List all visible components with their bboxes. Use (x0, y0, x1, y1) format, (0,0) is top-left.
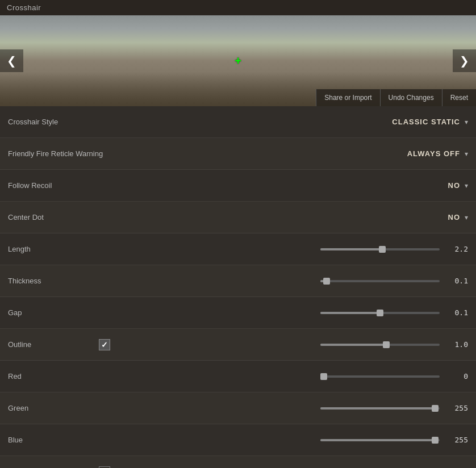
slider-track-green[interactable] (320, 407, 440, 410)
slider-fill-green (320, 407, 435, 410)
label-outline: Outline (8, 340, 99, 349)
label-length: Length (8, 245, 99, 253)
dropdown-value-friendly-fire: ALWAYS OFF (407, 149, 460, 158)
control-crosshair-style: CLASSIC STATIC▾ (99, 118, 468, 126)
slider-thumb-red[interactable] (320, 373, 327, 380)
preview-prev-button[interactable]: ❮ (0, 49, 23, 72)
slider-thumb-green[interactable] (432, 405, 439, 412)
slider-track-thickness[interactable] (320, 280, 440, 282)
control-alpha: 255 (99, 466, 468, 469)
control-follow-recoil: NO▾ (99, 181, 468, 190)
setting-row-red: Red0 (0, 361, 476, 392)
slider-fill-gap (320, 312, 380, 314)
setting-row-follow-recoil: Follow RecoilNO▾ (0, 170, 476, 202)
label-blue: Blue (8, 436, 99, 444)
dropdown-value-follow-recoil: NO (448, 181, 461, 190)
slider-container-gap: 0.1 (99, 308, 468, 317)
chevron-down-icon: ▾ (465, 118, 468, 126)
label-red: Red (8, 372, 99, 381)
title-bar: Crosshair (0, 0, 476, 15)
label-center-dot: Center Dot (8, 213, 99, 222)
slider-thumb-gap[interactable] (377, 310, 383, 316)
dropdown-follow-recoil[interactable]: NO▾ (448, 181, 469, 190)
slider-value-length: 2.2 (445, 245, 468, 253)
slider-value-thickness: 0.1 (445, 277, 468, 285)
chevron-down-icon: ▾ (465, 182, 468, 190)
control-thickness: 0.1 (99, 277, 468, 285)
label-crosshair-style: Crosshair Style (8, 118, 99, 126)
slider-fill-length (320, 248, 382, 250)
setting-row-green: Green255 (0, 392, 476, 424)
control-center-dot: NO▾ (99, 213, 468, 222)
slider-track-red[interactable] (320, 375, 440, 378)
slider-track-length[interactable] (320, 248, 440, 250)
page-title: Crosshair (7, 3, 41, 12)
preview-next-button[interactable]: ❯ (453, 49, 476, 72)
setting-row-crosshair-style: Crosshair StyleCLASSIC STATIC▾ (0, 106, 476, 138)
setting-row-outline: Outline1.0 (0, 329, 476, 361)
control-gap: 0.1 (99, 308, 468, 317)
setting-row-center-dot: Center DotNO▾ (0, 202, 476, 233)
chevron-left-icon: ❮ (7, 55, 16, 67)
slider-container-red: 0 (99, 372, 468, 381)
dropdown-center-dot[interactable]: NO▾ (448, 213, 469, 222)
setting-row-friendly-fire: Friendly Fire Reticle WarningALWAYS OFF▾ (0, 138, 476, 170)
slider-container-thickness: 0.1 (99, 277, 468, 285)
preview-area: ❮ ❯ Share or Import Undo Changes Reset (0, 15, 476, 106)
action-buttons-group: Share or Import Undo Changes Reset (316, 89, 476, 106)
setting-row-alpha: Alpha255 (0, 456, 476, 468)
slider-container-green: 255 (99, 404, 468, 412)
slider-track-blue[interactable] (320, 439, 440, 441)
slider-container-outline: 1.0 (116, 340, 468, 349)
undo-changes-button[interactable]: Undo Changes (380, 89, 442, 106)
chevron-down-icon: ▾ (465, 150, 468, 158)
chevron-right-icon: ❯ (460, 55, 469, 67)
slider-value-blue: 255 (445, 436, 468, 444)
label-gap: Gap (8, 308, 99, 317)
control-length: 2.2 (99, 245, 468, 253)
control-friendly-fire: ALWAYS OFF▾ (103, 149, 468, 158)
control-outline: 1.0 (99, 339, 468, 350)
label-green: Green (8, 404, 99, 412)
slider-fill-outline (320, 344, 386, 346)
slider-thumb-outline[interactable] (383, 341, 390, 348)
dropdown-value-crosshair-style: CLASSIC STATIC (392, 118, 460, 126)
setting-row-gap: Gap0.1 (0, 297, 476, 329)
control-blue: 255 (99, 436, 468, 444)
checkbox-alpha[interactable] (99, 466, 110, 469)
slider-thumb-blue[interactable] (432, 437, 439, 444)
slider-container-length: 2.2 (99, 245, 468, 253)
setting-row-length: Length2.2 (0, 233, 476, 265)
share-import-button[interactable]: Share or Import (316, 89, 379, 106)
dropdown-crosshair-style[interactable]: CLASSIC STATIC▾ (392, 118, 468, 126)
slider-fill-blue (320, 439, 435, 441)
label-follow-recoil: Follow Recoil (8, 181, 99, 190)
chevron-down-icon: ▾ (465, 214, 468, 222)
slider-thumb-length[interactable] (379, 246, 386, 253)
crosshair-preview (231, 54, 245, 68)
slider-track-gap[interactable] (320, 312, 440, 314)
dropdown-friendly-fire[interactable]: ALWAYS OFF▾ (407, 149, 468, 158)
setting-row-blue: Blue255 (0, 424, 476, 456)
slider-container-blue: 255 (99, 436, 468, 444)
slider-value-red: 0 (445, 372, 468, 381)
reset-button[interactable]: Reset (442, 89, 476, 106)
slider-value-outline: 1.0 (445, 340, 468, 349)
setting-row-thickness: Thickness0.1 (0, 265, 476, 297)
slider-thumb-thickness[interactable] (323, 278, 330, 285)
label-thickness: Thickness (8, 277, 99, 285)
dropdown-value-center-dot: NO (448, 213, 461, 222)
control-green: 255 (99, 404, 468, 412)
slider-value-green: 255 (445, 404, 468, 412)
control-red: 0 (99, 372, 468, 381)
slider-value-gap: 0.1 (445, 308, 468, 317)
checkbox-outline[interactable] (99, 339, 110, 350)
label-friendly-fire: Friendly Fire Reticle Warning (8, 149, 103, 158)
slider-track-outline[interactable] (320, 344, 440, 346)
settings-area: Crosshair StyleCLASSIC STATIC▾Friendly F… (0, 106, 476, 468)
